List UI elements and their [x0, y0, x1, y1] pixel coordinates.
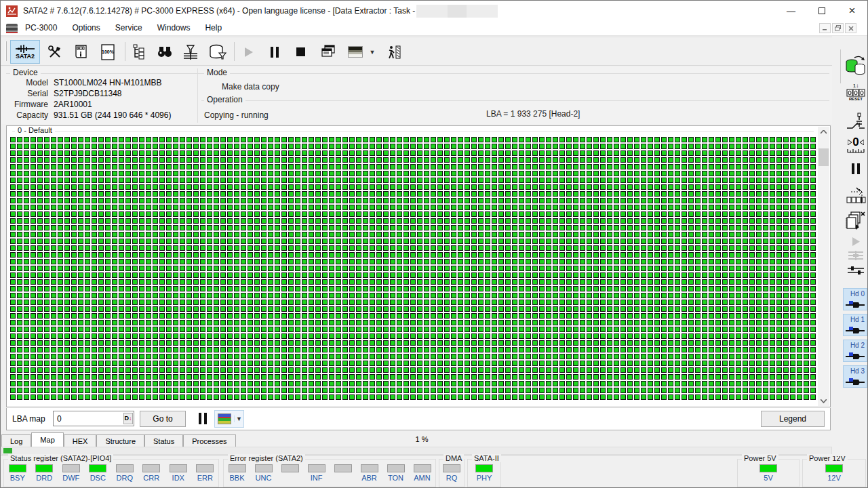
- windows-cascade-button[interactable]: [317, 40, 341, 64]
- device-model-label: Model: [1, 78, 48, 87]
- map-view-button[interactable]: [345, 40, 366, 64]
- map-view-dropdown[interactable]: ▼: [367, 40, 378, 64]
- sidebar-filter-button-disabled[interactable]: [844, 250, 867, 261]
- head-select-equalizer-button[interactable]: [844, 265, 867, 276]
- device-group-title: Device: [10, 68, 41, 77]
- mode-group-title: Mode: [204, 68, 230, 77]
- head-0-button[interactable]: Hd 0: [843, 288, 867, 310]
- tab-hex[interactable]: HEX: [64, 434, 97, 447]
- app-icon: [6, 5, 18, 17]
- map-style-dropdown[interactable]: ▼: [214, 410, 244, 428]
- map-vertical-scrollbar[interactable]: [818, 127, 829, 406]
- task-progress-bar: [1, 447, 832, 455]
- main-toolbar: SATA2 100%: [1, 37, 832, 66]
- led-dsc: DSC: [85, 464, 112, 483]
- percent-report-button[interactable]: 100%: [96, 40, 120, 64]
- lba-input[interactable]: [53, 411, 134, 426]
- legend-button[interactable]: Legend: [761, 411, 825, 427]
- led-ton: TON: [382, 464, 409, 483]
- led-bsy: BSY: [4, 464, 31, 483]
- sector-skip-button[interactable]: [844, 186, 867, 207]
- device-firmware-value: 2AR10001: [54, 100, 92, 109]
- tab-processes[interactable]: Processes: [183, 434, 235, 447]
- tab-structure[interactable]: Structure: [96, 434, 144, 447]
- title-bar: SATA2 # 7.6.12(7.6.12.14278) # PC-3000 E…: [1, 1, 867, 21]
- maximize-button[interactable]: [806, 1, 837, 21]
- pause-button[interactable]: [262, 40, 287, 64]
- map-style-thumbnail-icon: [218, 413, 231, 424]
- device-serial-label: Serial: [1, 89, 48, 98]
- scroll-down-icon[interactable]: [818, 396, 829, 406]
- data-filter-db-button[interactable]: [205, 40, 230, 64]
- led-unc: UNC: [250, 464, 277, 483]
- led-rq: RQ: [439, 464, 464, 483]
- head-2-button[interactable]: Hd 2: [843, 340, 867, 362]
- scroll-up-icon[interactable]: [818, 127, 829, 137]
- device-firmware-label: Firmware: [1, 100, 48, 109]
- sidebar-play-button-disabled[interactable]: [844, 237, 867, 247]
- operation-group-title: Operation: [204, 95, 245, 104]
- start-button[interactable]: [237, 40, 261, 64]
- menu-windows[interactable]: Windows: [150, 21, 198, 36]
- error-register-group: Error register (SATA2) BBK UNC INF ABR T…: [223, 459, 436, 487]
- head-1-button[interactable]: Hd 1: [843, 314, 867, 336]
- exit-button[interactable]: [382, 40, 406, 64]
- device-capacity-value: 931.51 GB (244 190 646 * 4096): [54, 110, 171, 120]
- right-toolbar-grip[interactable]: [840, 49, 841, 83]
- zero-track-button[interactable]: 0: [844, 136, 867, 153]
- minimize-button[interactable]: —: [776, 1, 806, 21]
- progress-fill: [3, 448, 12, 453]
- tab-log[interactable]: Log: [1, 434, 31, 447]
- app-window: SATA2 # 7.6.12(7.6.12.14278) # PC-3000 E…: [0, 0, 868, 488]
- pc3000-logo-icon: [6, 24, 18, 33]
- power-switch-button[interactable]: [844, 112, 867, 134]
- goto-button[interactable]: Go to: [140, 411, 186, 427]
- tab-map[interactable]: Map: [31, 432, 63, 447]
- error-register-title: Error register (SATA2): [228, 454, 305, 462]
- operation-lba-readout: LBA = 1 933 275 [Head-2]: [484, 109, 583, 119]
- sector-map-blocks[interactable]: [9, 136, 817, 401]
- folder-tree-button[interactable]: [127, 40, 151, 64]
- drive-passport-button[interactable]: [68, 40, 93, 64]
- chevron-down-icon: ▼: [234, 415, 243, 422]
- menu-help[interactable]: Help: [197, 21, 229, 36]
- device-model-value: ST1000LM024 HN-M101MBB: [54, 78, 161, 87]
- power-5v-title: Power 5V: [742, 454, 778, 462]
- status-register-group: Status register (SATA2)-[PIO4] BSY DRD D…: [3, 459, 219, 487]
- toolbar-grip[interactable]: [5, 41, 7, 61]
- map-pause-button[interactable]: [199, 413, 210, 425]
- decimal-marker-icon[interactable]: D↓: [123, 413, 133, 424]
- device-serial-value: S2TPJ9DCB11348: [54, 89, 122, 98]
- led-drd: DRD: [31, 464, 58, 483]
- pause-icon: [271, 47, 279, 58]
- led-12v: 12V: [803, 464, 865, 483]
- stop-button[interactable]: [288, 40, 313, 64]
- led-err: ERR: [192, 464, 219, 483]
- menu-service[interactable]: Service: [108, 21, 150, 36]
- data-copy-button[interactable]: [844, 55, 867, 77]
- filter-settings-button[interactable]: [178, 40, 203, 64]
- tab-status[interactable]: Status: [144, 434, 183, 447]
- close-button[interactable]: ×: [837, 1, 867, 21]
- mdi-restore-button[interactable]: [832, 23, 844, 33]
- mdi-close-button[interactable]: [845, 23, 856, 33]
- utilities-tools-button[interactable]: [43, 40, 67, 64]
- map-view-thumbnail-icon: [348, 46, 363, 58]
- progress-percent-text: 1 %: [381, 435, 462, 443]
- led-blank1: [277, 464, 303, 483]
- led-5v: 5V: [738, 464, 799, 483]
- reset-label: RESET: [849, 97, 863, 101]
- reset-counter-button[interactable]: 1↓ RESET: [844, 83, 867, 101]
- led-phy: PHY: [468, 464, 500, 483]
- map-toolbar: LBA map D↓ Go to ▼ Legend: [6, 408, 831, 430]
- sata2-port-button[interactable]: SATA2: [10, 40, 40, 64]
- sidebar-pause-button[interactable]: [844, 163, 867, 174]
- mdi-minimize-button[interactable]: [819, 23, 831, 33]
- search-binoculars-button[interactable]: [153, 40, 177, 64]
- menu-options[interactable]: Options: [64, 21, 107, 36]
- menu-pc3000[interactable]: PC-3000: [18, 21, 64, 36]
- head-3-button[interactable]: Hd 3: [843, 365, 867, 388]
- chip-copy-button[interactable]: [844, 211, 867, 232]
- right-toolbar: 1↓ RESET 0: [832, 36, 867, 456]
- scrollbar-thumb[interactable]: [818, 148, 829, 166]
